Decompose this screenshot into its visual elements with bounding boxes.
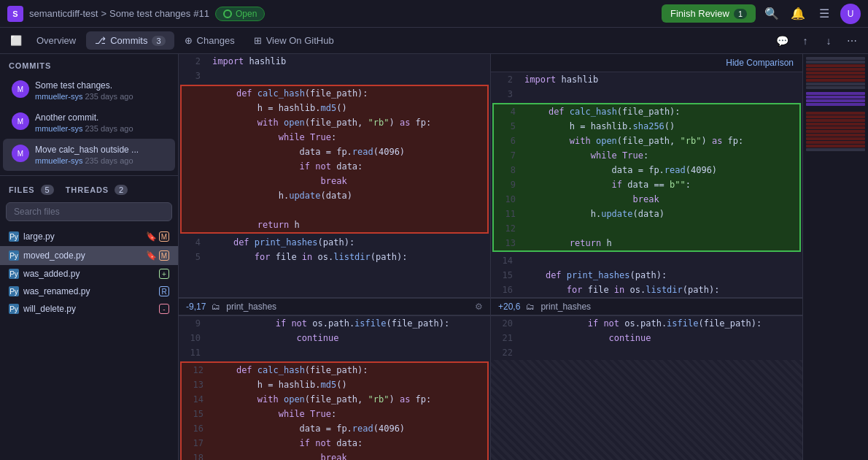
python-icon-delete: Py [9, 304, 19, 314]
files-section-header: FILES 5 THREADS 2 [0, 180, 178, 199]
diff-line: 2 import hashlib [179, 54, 490, 69]
diff-line: 15 def print_hashes(path): [491, 268, 802, 283]
diff-line: 3 [179, 69, 490, 83]
diff-line-added: 6 with open(file_path, "rb") as fp: [494, 134, 799, 148]
finish-review-count: 1 [734, 9, 747, 19]
search-files-input[interactable] [6, 202, 172, 221]
file-actions-large: 🔖 M [145, 231, 169, 242]
finish-review-button[interactable]: Finish Review 1 [662, 4, 756, 23]
up-arrow-icon[interactable]: ↑ [795, 31, 815, 51]
diff-line-removed: break [182, 174, 487, 188]
file-list: Py large.py 🔖 M Py moved_code.py 🔖 M Py … [0, 224, 178, 460]
menu-icon[interactable]: ☰ [814, 4, 834, 24]
file-actions-delete: - [159, 304, 169, 314]
diff-line: 4 def print_hashes(path): [179, 235, 490, 250]
diff-line: 10 continue [179, 331, 490, 345]
diff-line: 22 [491, 345, 802, 360]
comment-icon[interactable]: 💬 [772, 31, 792, 51]
diff-line-added: 7 while True: [494, 148, 799, 163]
diff-line-removed: data = fp.read(4096) [182, 145, 487, 159]
user-avatar[interactable]: U [840, 4, 861, 24]
file-item-added[interactable]: Py was_added.py + [0, 265, 178, 283]
threads-count: 2 [115, 185, 128, 195]
open-status-badge: Open [215, 7, 265, 21]
notifications-icon[interactable]: 🔔 [788, 4, 808, 24]
diff-line-removed: 18 break [182, 451, 487, 460]
commit-author-2: mmueller-sys [35, 156, 82, 165]
diff-line-added: 11 h.update(data) [494, 207, 799, 221]
commit-avatar-2: M [12, 145, 29, 162]
diff-line-added: 12 [494, 221, 799, 236]
diff-line: 9 if not os.path.isfile(file_path): [179, 316, 490, 331]
tab-view-on-github[interactable]: ⊞ View On GitHub [245, 31, 343, 50]
diff-line: 2 import hashlib [491, 72, 802, 87]
file-name-moved: moved_code.py [23, 250, 141, 261]
file-status-delete: - [159, 304, 169, 314]
nav-tabs: ⬜ Overview ⎇ Commits 3 ⊕ Changes ⊞ View … [0, 28, 868, 54]
commit-info-0: Some test changes. mmueller-sys 235 days… [35, 80, 166, 101]
files-label: FILES [9, 185, 35, 194]
file-name-renamed: was_renamed.py [23, 286, 155, 296]
file-status-added: + [159, 269, 169, 279]
file-actions-renamed: R [159, 286, 169, 296]
diff-line-added: 9 if data == b"": [494, 177, 799, 192]
commit-date-0: 235 days ago [85, 92, 133, 101]
diff-line-added: 13 return h [494, 236, 799, 250]
file-name-added: was_added.py [23, 269, 155, 279]
file-item-renamed[interactable]: Py was_renamed.py R [0, 283, 178, 300]
sidebar-toggle-icon[interactable]: ⬜ [6, 31, 26, 51]
gear-icon-left[interactable]: ⚙ [475, 302, 483, 312]
commit-item-0[interactable]: M Some test changes. mmueller-sys 235 da… [3, 74, 175, 107]
file-item-moved[interactable]: Py moved_code.py 🔖 M [0, 246, 178, 265]
diff-line-removed: 13 h = hashlib.md5() [182, 377, 487, 392]
diff-line: 14 [491, 253, 802, 268]
search-icon[interactable]: 🔍 [762, 4, 782, 24]
nav-actions: 💬 ↑ ↓ ⋯ [772, 31, 862, 51]
diff-line-removed [182, 203, 487, 218]
diff-line-removed: 14 with open(file_path, "rb") as fp: [182, 392, 487, 407]
python-icon-renamed: Py [9, 286, 19, 296]
diff-line-removed: 15 while True: [182, 407, 487, 421]
minimap-block-bottom [806, 112, 865, 151]
diff-line: 3 [491, 87, 802, 101]
changes-icon: ⊕ [185, 35, 193, 46]
main-layout: COMMITS M Some test changes. mmueller-sy… [0, 54, 868, 460]
file-item-large[interactable]: Py large.py 🔖 M [0, 227, 178, 246]
diff-line-removed: 12 def calc_hash(file_path): [182, 363, 487, 377]
pr-title[interactable]: Some test changes [109, 8, 190, 19]
minimap-content [803, 54, 868, 157]
diff-line-removed: return h [182, 218, 487, 232]
commit-author-1: mmueller-sys [35, 124, 82, 133]
file-actions-added: + [159, 269, 169, 279]
minimap-split [806, 92, 865, 106]
tab-commits[interactable]: ⎇ Commits 3 [86, 31, 174, 50]
commit-title-2: Move calc_hash outside ... [35, 145, 166, 155]
more-options-icon[interactable]: ⋯ [842, 31, 862, 51]
file-actions-moved: 🔖 M [145, 250, 169, 261]
commit-info-2: Move calc_hash outside ... mmueller-sys … [35, 145, 166, 165]
bookmark-icon-large[interactable]: 🔖 [145, 231, 157, 242]
commit-meta-2: mmueller-sys 235 days ago [35, 156, 166, 165]
diff-line-added: 10 break [494, 192, 799, 207]
diff-line-removed: def calc_hash(file_path): [182, 86, 487, 101]
diff-line: 16 for file in os.listdir(path): [491, 283, 802, 297]
commits-section-header: COMMITS [0, 54, 178, 74]
bookmark-icon-moved[interactable]: 🔖 [145, 250, 157, 261]
file-item-delete[interactable]: Py will_delete.py - [0, 300, 178, 318]
commit-item-1[interactable]: M Another commit. mmueller-sys 235 days … [3, 107, 175, 139]
commit-title-0: Some test changes. [35, 80, 166, 91]
hide-comparison-button[interactable]: Hide Comparison [723, 56, 797, 69]
commits-count: 3 [152, 36, 165, 46]
sidebar-divider [0, 175, 178, 176]
python-icon: Py [9, 231, 19, 242]
commit-item-2[interactable]: M Move calc_hash outside ... mmueller-sy… [3, 139, 175, 171]
tab-changes[interactable]: ⊕ Changes [176, 31, 244, 50]
down-arrow-icon[interactable]: ↓ [818, 31, 839, 51]
tab-overview[interactable]: Overview [28, 31, 85, 50]
repo-name[interactable]: semanticdiff-test [29, 8, 98, 19]
threads-label: THREADS [66, 185, 109, 194]
diff-line-removed: h.update(data) [182, 188, 487, 203]
file-status-renamed: R [159, 286, 169, 296]
view-on-github-label: View On GitHub [266, 35, 334, 46]
pr-number: #11 [193, 8, 209, 19]
